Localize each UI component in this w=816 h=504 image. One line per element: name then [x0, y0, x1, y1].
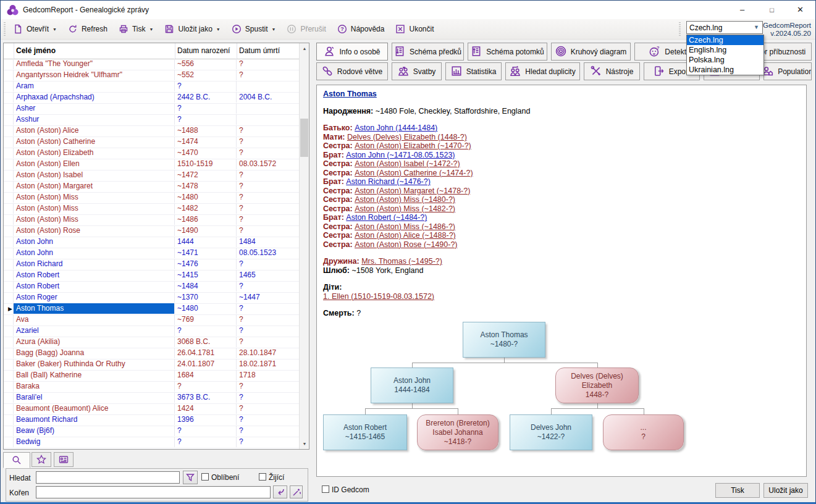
cell-full-name[interactable]: Baker (Baker) Ruthinda Or Ruthy	[14, 359, 175, 369]
cell-death-date[interactable]: ?	[237, 303, 299, 314]
toolbar-grip[interactable]	[4, 22, 6, 36]
cell-birth-date[interactable]: ?	[175, 114, 237, 125]
tab-search[interactable]	[3, 452, 30, 468]
tab-person-card[interactable]	[54, 452, 74, 467]
cell-birth-date[interactable]: ~1490	[175, 225, 237, 236]
table-row[interactable]: Aston (Aston) Miss~1480?	[4, 192, 299, 204]
n-pov-da-button[interactable]: ?Nápověda	[332, 22, 390, 36]
cell-death-date[interactable]	[237, 114, 299, 125]
table-row[interactable]: Aston (Aston) Ellen1510-151908.03.1572	[4, 159, 299, 170]
cell-birth-date[interactable]: ~1415	[175, 270, 237, 280]
cell-full-name[interactable]: Bagg (Bagg) Joanna	[14, 348, 175, 358]
cell-birth-date[interactable]: ~1471	[175, 248, 237, 258]
table-row[interactable]: Aston (Aston) Rose~1490?	[4, 225, 299, 237]
language-option[interactable]: Czech.lng	[687, 35, 763, 45]
tree-node[interactable]: Delves John~1422-?	[510, 414, 592, 450]
table-row[interactable]: Aston Robert~14151465	[4, 270, 299, 282]
feature-tab-kruhov-diagram[interactable]: Kruhový diagram	[551, 43, 631, 61]
cell-birth-date[interactable]: ~1486	[175, 214, 237, 225]
table-header[interactable]: Celé jméno Datum narození Datum úmrtí	[4, 43, 309, 59]
table-row[interactable]: Amfleda "The Younger"~556?	[4, 59, 299, 70]
cell-death-date[interactable]: ?	[237, 314, 299, 325]
cell-death-date[interactable]: ?	[237, 125, 299, 136]
toolbar-grip-right[interactable]	[679, 22, 681, 36]
cell-death-date[interactable]: ?	[237, 70, 299, 80]
cell-death-date[interactable]: ?	[237, 148, 299, 158]
ulo-it-jako-button[interactable]: Uložit jako▼	[159, 22, 225, 36]
feature-tab-svatby[interactable]: Svatby	[392, 62, 442, 80]
cell-death-date[interactable]: 1484	[237, 237, 299, 247]
language-option[interactable]: English.lng	[687, 45, 763, 55]
dropdown-arrow-icon[interactable]: ▼	[216, 27, 221, 32]
cell-birth-date[interactable]: ?	[175, 437, 237, 447]
cell-full-name[interactable]: Aston Roger	[14, 292, 175, 303]
cell-death-date[interactable]: 1465	[237, 270, 299, 280]
cell-death-date[interactable]: ?	[237, 136, 299, 147]
cell-full-name[interactable]: Azariel	[14, 326, 175, 336]
cell-death-date[interactable]: 2004 B.C.	[237, 92, 299, 103]
table-row[interactable]: Aston John14441484	[4, 237, 299, 248]
table-row[interactable]: Beaumont Richard1396?	[4, 414, 299, 426]
cell-birth-date[interactable]: 1424	[175, 403, 237, 414]
table-scrollbar[interactable]: ▲ ▼	[299, 43, 309, 449]
cell-birth-date[interactable]: ?	[175, 381, 237, 392]
cell-death-date[interactable]: ?	[237, 170, 299, 180]
table-row[interactable]: Aston Robert~1484?	[4, 281, 299, 293]
table-row[interactable]: Ava~769?	[4, 314, 299, 326]
cell-full-name[interactable]: Azura (Akilia)	[14, 337, 175, 347]
cell-death-date[interactable]: 08.03.1572	[237, 159, 299, 169]
print-button[interactable]: Tisk	[715, 483, 760, 498]
table-row[interactable]: Aston (Aston) Catherine~1474?	[4, 136, 299, 148]
cell-full-name[interactable]: Aston (Aston) Margaret	[14, 181, 175, 191]
cell-full-name[interactable]: Aston Thomas	[14, 303, 175, 314]
cell-death-date[interactable]	[237, 81, 299, 91]
cell-birth-date[interactable]: ~1476	[175, 259, 237, 269]
filter-button[interactable]	[183, 471, 198, 484]
cell-full-name[interactable]: Aston (Aston) Miss	[14, 214, 175, 225]
cell-death-date[interactable]: ?	[237, 203, 299, 214]
cell-birth-date[interactable]: ~1480	[175, 192, 237, 203]
scroll-down-icon[interactable]: ▼	[300, 439, 309, 449]
tree-node[interactable]: Aston Thomas~1480-?	[463, 322, 545, 358]
cell-birth-date[interactable]: ~1482	[175, 203, 237, 214]
cell-birth-date[interactable]: ~769	[175, 314, 237, 325]
minimize-button[interactable]: –	[728, 1, 756, 19]
cell-birth-date[interactable]: 1444	[175, 237, 237, 247]
cell-birth-date[interactable]: ?	[175, 103, 237, 114]
spustit-button[interactable]: Spustit▼	[227, 22, 281, 36]
cell-death-date[interactable]: ?	[237, 259, 299, 269]
set-root-button[interactable]	[273, 485, 287, 498]
table-row[interactable]: Aston (Aston) Alice~1488?	[4, 125, 299, 137]
cell-death-date[interactable]: ?	[237, 59, 299, 69]
table-row[interactable]: Ball (Ball) Katherine16841718	[4, 370, 299, 382]
cell-death-date[interactable]: ?	[237, 403, 299, 414]
tree-node[interactable]: Brereton (Brereton) Isabel Johanna~1418-…	[417, 414, 498, 450]
cell-full-name[interactable]: Aston (Aston) Ellen	[14, 159, 175, 169]
feature-tab-sch-ma-p-edk-[interactable]: Schéma předků	[392, 43, 464, 61]
cell-birth-date[interactable]: 1510-1519	[175, 159, 237, 169]
feature-tab-n-stroje[interactable]: Nástroje	[584, 62, 640, 80]
table-row[interactable]: Baraka??	[4, 381, 299, 393]
cell-birth-date[interactable]: 1684	[175, 370, 237, 380]
close-button[interactable]: ✕	[786, 1, 814, 19]
cell-birth-date[interactable]: ?	[175, 326, 237, 336]
feature-tab-info-o-osob-[interactable]: Info o osobě	[316, 43, 388, 61]
feature-tab-statistika[interactable]: Statistika	[445, 62, 502, 80]
table-row[interactable]: Aston Roger~1370~1447	[4, 292, 299, 304]
cell-death-date[interactable]: ?	[237, 337, 299, 347]
scroll-up-icon[interactable]: ▲	[300, 43, 309, 54]
table-row[interactable]: Asshur?	[4, 114, 299, 126]
tisk-button[interactable]: Tisk▼	[114, 22, 159, 36]
cell-death-date[interactable]: 1718	[237, 370, 299, 380]
cell-birth-date[interactable]: ~1484	[175, 281, 237, 292]
cell-death-date[interactable]: ?	[237, 281, 299, 292]
table-row[interactable]: Aston (Aston) Isabel~1472?	[4, 170, 299, 182]
cell-death-date[interactable]: ?	[237, 381, 299, 392]
table-row[interactable]: Aston (Aston) Miss~1482?	[4, 203, 299, 215]
feature-tab-population[interactable]: Population	[763, 62, 812, 80]
table-row[interactable]: Azariel??	[4, 326, 299, 337]
cell-birth-date[interactable]: ?	[175, 81, 237, 91]
feature-tab-rodov-v-tve[interactable]: Rodové větve	[316, 62, 388, 80]
cell-full-name[interactable]: Aram	[14, 81, 175, 91]
tree-node[interactable]: Delves (Delves) Elizabeth1448-?	[555, 368, 639, 403]
